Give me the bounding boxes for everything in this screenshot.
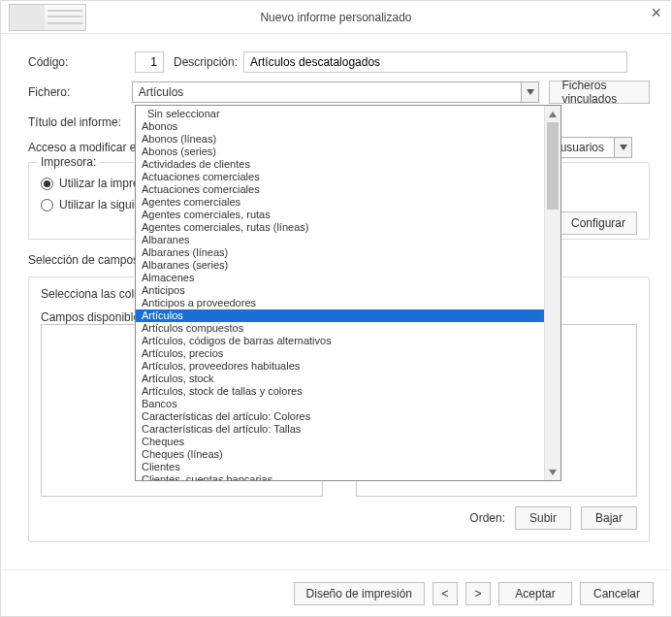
fichero-dropdown-list[interactable]: Sin seleccionarAbonosAbonos (líneas)Abon… (135, 105, 561, 481)
dropdown-item[interactable]: Clientes, cuentas bancarias (136, 473, 544, 480)
close-icon[interactable]: × (651, 3, 661, 23)
chevron-down-icon[interactable] (614, 138, 631, 157)
fichero-combobox-value: Artículos (133, 85, 522, 99)
chevron-down-icon[interactable] (521, 82, 538, 102)
dropdown-item[interactable]: Actividades de clientes (136, 158, 544, 171)
aceptar-button[interactable]: Aceptar (498, 582, 572, 605)
dropdown-item[interactable]: Actuaciones comerciales (136, 171, 544, 183)
scrollbar[interactable] (544, 106, 560, 480)
dropdown-item[interactable]: Albaranes (líneas) (136, 246, 544, 259)
dropdown-item[interactable]: Artículos, stock (136, 373, 544, 385)
dropdown-item[interactable]: Cheques (líneas) (136, 448, 544, 461)
dropdown-item[interactable]: Artículos compuestos (136, 322, 544, 335)
dropdown-item[interactable]: Almacenes (136, 272, 544, 284)
bajar-button[interactable]: Bajar (581, 506, 637, 530)
dropdown-item[interactable]: Artículos, proveedores habituales (136, 360, 544, 373)
scroll-up-icon[interactable] (545, 106, 560, 122)
orden-label: Orden: (469, 511, 505, 525)
codigo-input[interactable] (135, 51, 164, 73)
dropdown-item[interactable]: Artículos, precios (136, 347, 544, 360)
fichero-combobox[interactable]: Artículos (132, 81, 540, 103)
next-button[interactable]: > (465, 582, 491, 605)
dropdown-item[interactable]: Abonos (series) (136, 146, 544, 158)
fichero-label: Fichero: (28, 85, 132, 99)
cancelar-button[interactable]: Cancelar (580, 582, 654, 605)
prev-button[interactable]: < (432, 582, 458, 605)
configurar-button[interactable]: Configurar (560, 211, 637, 235)
dropdown-item[interactable]: Anticipos a proveedores (136, 297, 544, 309)
titlebar: Nuevo informe personalizado × (1, 1, 671, 34)
dialog-footer: Diseño de impresión < > Aceptar Cancelar (1, 569, 671, 616)
descripcion-label: Descripción: (174, 55, 238, 69)
dropdown-item[interactable]: Albaranes (series) (136, 259, 544, 272)
dropdown-item[interactable]: Características del artículo: Colores (136, 410, 544, 423)
dropdown-item[interactable]: Agentes comerciales (136, 196, 544, 209)
titulo-informe-label: Título del informe: (28, 115, 135, 129)
dropdown-item[interactable]: Artículos, códigos de barras alternativo… (136, 335, 544, 347)
dialog-title: Nuevo informe personalizado (260, 11, 411, 24)
radio-icon (41, 199, 53, 211)
dropdown-item[interactable]: Artículos, stock de tallas y colores (136, 385, 544, 398)
impresora-legend: Impresora: (37, 155, 100, 169)
report-template-icon (9, 4, 86, 31)
dropdown-item[interactable]: Bancos (136, 398, 544, 410)
codigo-label: Código: (28, 55, 135, 69)
dropdown-item[interactable]: Agentes comerciales, rutas (136, 209, 544, 221)
diseno-impresion-button[interactable]: Diseño de impresión (294, 582, 425, 605)
dropdown-item[interactable]: Actuaciones comerciales (136, 183, 544, 196)
dropdown-item[interactable]: Abonos (líneas) (136, 133, 544, 146)
dropdown-item[interactable]: Cheques (136, 436, 544, 448)
scroll-thumb[interactable] (547, 122, 559, 210)
dropdown-item[interactable]: Características del artículo: Tallas (136, 423, 544, 436)
dialog-new-custom-report: Nuevo informe personalizado × Código: De… (0, 0, 672, 617)
dropdown-item[interactable]: Agentes comerciales, rutas (líneas) (136, 221, 544, 234)
dropdown-item[interactable]: Abonos (136, 120, 544, 133)
descripcion-input[interactable] (243, 51, 627, 73)
ficheros-vinculados-button[interactable]: Ficheros vinculados (549, 81, 650, 104)
dropdown-item[interactable]: Sin seleccionar (136, 108, 544, 120)
subir-button[interactable]: Subir (515, 506, 571, 530)
dropdown-item[interactable]: Anticipos (136, 284, 544, 297)
radio-icon (41, 178, 53, 190)
dropdown-item[interactable]: Albaranes (136, 234, 544, 246)
dropdown-item[interactable]: Artículos (136, 309, 544, 322)
dropdown-item[interactable]: Clientes (136, 461, 544, 473)
scroll-down-icon[interactable] (545, 464, 560, 480)
